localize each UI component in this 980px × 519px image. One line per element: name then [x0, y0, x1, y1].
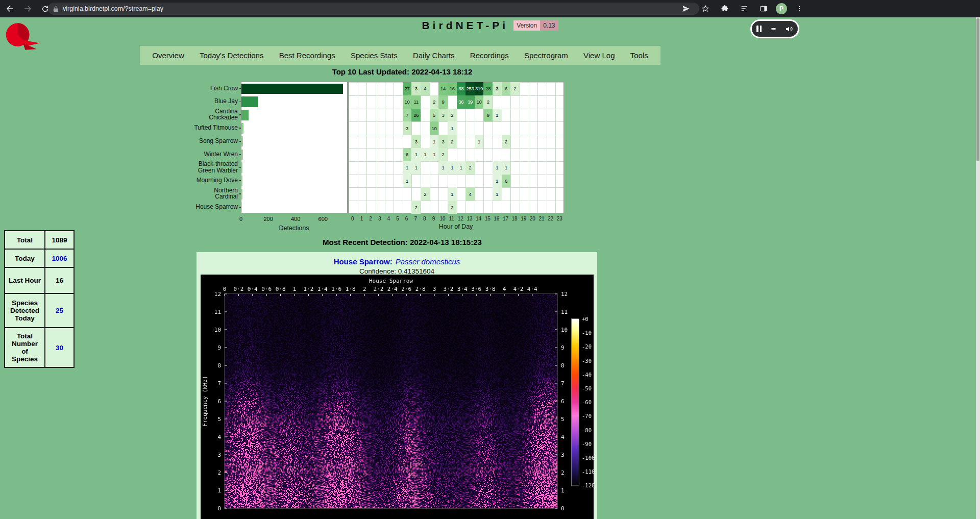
heatmap-cell: 1: [502, 161, 511, 175]
heatmap-cell: 10: [403, 95, 412, 109]
heatmap-cell: 39: [465, 95, 475, 109]
heatmap-cell: 1: [493, 161, 502, 175]
version-badge: Version 0.13: [513, 20, 558, 31]
hour-tick: 15: [485, 216, 491, 221]
heatmap-cell: 1: [430, 135, 439, 148]
page-header: BirdNET-Pi Version 0.13: [0, 19, 980, 32]
nav-item-spectrogram[interactable]: Spectrogram: [521, 51, 571, 60]
birdnet-pi-page: virginia.birdnetpi.com/?stream=play P: [0, 0, 980, 519]
bar: [241, 162, 242, 173]
species-label: Fish Crow: [174, 82, 239, 95]
stat-value[interactable]: 1006: [45, 249, 74, 267]
hour-tick: 13: [467, 216, 472, 221]
species-label: Song Sparrow: [174, 134, 239, 147]
stat-value[interactable]: 30: [45, 328, 74, 367]
spectrogram-canvas: [201, 275, 594, 519]
heatmap-cell: 1: [430, 148, 439, 161]
hour-ticks: 01234567891011121314151617181920212223: [174, 216, 577, 223]
detection-scientific-name[interactable]: Passer domesticus: [396, 257, 460, 266]
side-panel-button[interactable]: [756, 2, 771, 16]
forward-button[interactable]: [20, 2, 35, 16]
species-label: Northern Cardinal: [174, 187, 239, 200]
bookmark-button[interactable]: [698, 2, 713, 16]
back-button[interactable]: [3, 2, 17, 16]
hour-tick: 1: [360, 216, 363, 221]
page-scrollbar: [976, 17, 980, 519]
heatmap-cell: 2: [430, 95, 439, 109]
heatmap-cell: 2: [421, 187, 430, 201]
audio-controls: [752, 21, 798, 37]
nav-item-overview[interactable]: Overview: [149, 51, 187, 60]
volume-icon[interactable]: [785, 25, 793, 33]
heatmap-cell: 1: [403, 161, 412, 175]
detection-title: House Sparrow:Passer domesticus: [197, 257, 597, 266]
heatmap-cell: 2: [483, 95, 493, 109]
heatmap-cell: 7: [403, 109, 412, 122]
hour-tick: 5: [396, 216, 399, 221]
hour-tick: 12: [458, 216, 463, 221]
live-stream-player[interactable]: [750, 19, 799, 38]
send-button[interactable]: [679, 2, 693, 16]
puzzle-icon: [721, 5, 729, 13]
heatmap-cell: 28: [483, 82, 493, 95]
heatmap-cell: 1: [448, 187, 457, 201]
heatmap-cell: 10: [475, 95, 484, 109]
browser-actions: P: [679, 0, 806, 17]
kebab-menu-icon: [796, 5, 803, 13]
bar-axis-label: Detections: [279, 225, 309, 232]
heatmap-cell: 5: [430, 109, 439, 122]
heatmap-cell: 9: [438, 95, 448, 109]
heatmap-cell: 253: [465, 82, 475, 95]
bar: [241, 189, 242, 200]
nav-item-species-stats[interactable]: Species Stats: [348, 51, 401, 60]
heatmap-cell: 2: [510, 82, 520, 95]
stats-table-body: Total1089Today1006Last Hour16Species Det…: [5, 231, 74, 367]
heatmap-cell: 1: [438, 161, 448, 175]
profile-avatar[interactable]: P: [776, 3, 787, 14]
bar: [241, 96, 258, 107]
nav-item-recordings[interactable]: Recordings: [467, 51, 512, 60]
heatmap-cell: 26: [411, 109, 421, 122]
hour-tick: 9: [432, 216, 435, 221]
pause-icon[interactable]: [756, 26, 762, 32]
seek-handle[interactable]: [771, 28, 776, 30]
stats-row-total-number-of-species: Total Number of Species30: [5, 328, 74, 367]
browser-menu-button[interactable]: [792, 2, 806, 16]
hour-tick: 6: [405, 216, 408, 221]
heatmap-cell: 3: [403, 121, 412, 135]
stat-label: Species Detected Today: [5, 293, 45, 328]
heatmap-cell: 1: [448, 121, 457, 135]
nav-item-today-s-detections[interactable]: Today's Detections: [197, 51, 266, 60]
hour-tick: 0: [351, 216, 354, 221]
bar: [241, 150, 243, 160]
nav-item-best-recordings[interactable]: Best Recordings: [276, 51, 338, 60]
heatmap-cell: 11: [411, 95, 421, 109]
stat-value[interactable]: 25: [45, 293, 74, 328]
heatmap-cell: 1: [457, 161, 466, 175]
lock-icon: [53, 6, 59, 12]
nav-item-tools[interactable]: Tools: [627, 51, 651, 60]
heatmap-cell: 16: [448, 82, 457, 95]
back-arrow-icon: [6, 4, 15, 13]
heatmap-cell: 1: [493, 175, 502, 188]
detection-common-name[interactable]: House Sparrow:: [334, 257, 393, 266]
extensions-button[interactable]: [718, 2, 732, 16]
address-bar[interactable]: virginia.birdnetpi.com/?stream=play: [48, 3, 699, 15]
stats-row-species-detected-today: Species Detected Today25: [5, 293, 74, 328]
nav-item-daily-charts[interactable]: Daily Charts: [410, 51, 458, 60]
heatmap-cell: 36: [457, 95, 466, 109]
heatmap-cell: 9: [483, 109, 493, 122]
hour-tick: 2: [369, 216, 372, 221]
browser-toolbar: virginia.birdnetpi.com/?stream=play P: [0, 0, 980, 17]
hour-tick: 17: [503, 216, 508, 221]
hour-tick: 4: [387, 216, 390, 221]
list-icon: [740, 5, 748, 13]
hour-tick: 21: [538, 216, 544, 221]
hour-tick: 11: [449, 216, 454, 221]
nav-item-view-log[interactable]: View Log: [580, 51, 618, 60]
stats-row-last-hour: Last Hour16: [5, 267, 74, 293]
reading-list-button[interactable]: [737, 2, 751, 16]
scrollbar-thumb[interactable]: [976, 18, 979, 161]
heatmap-cell: 4: [421, 82, 430, 95]
heatmap-cell: 2: [448, 135, 457, 148]
